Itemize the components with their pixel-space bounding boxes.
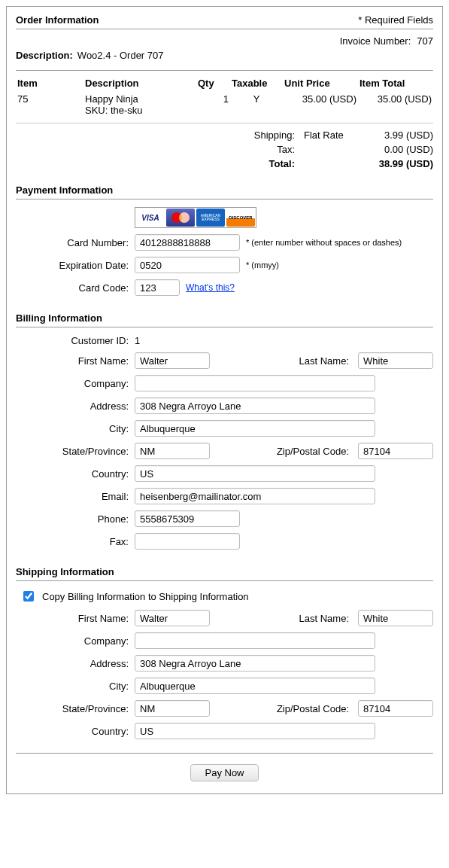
required-fields-note: * Required Fields xyxy=(358,14,433,26)
cell-desc: Happy Ninja SKU: the-sku xyxy=(83,91,196,118)
cell-item: 75 xyxy=(16,91,83,118)
divider xyxy=(16,199,433,199)
col-qty: Qty xyxy=(196,75,230,91)
card-code-label: Card Code: xyxy=(16,282,129,294)
shipping-state-label: State/Province: xyxy=(16,703,129,714)
cell-qty: 1 xyxy=(196,91,230,118)
tax-mid xyxy=(304,144,356,155)
divider xyxy=(16,327,433,327)
shipping-city-input[interactable] xyxy=(135,678,375,694)
whats-this-link[interactable]: What's this? xyxy=(186,282,235,293)
tax-amount: 0.00 (USD) xyxy=(366,144,433,155)
billing-first-name-input[interactable] xyxy=(135,352,210,369)
shipping-company-label: Company: xyxy=(16,635,129,647)
invoice-number-label: Invoice Number: xyxy=(340,35,411,47)
card-number-label: Card Number: xyxy=(16,237,129,248)
description-value: Woo2.4 - Order 707 xyxy=(77,50,164,61)
billing-phone-label: Phone: xyxy=(16,513,129,525)
billing-country-input[interactable] xyxy=(135,465,375,482)
billing-fax-label: Fax: xyxy=(16,536,129,547)
card-code-input[interactable] xyxy=(135,279,180,296)
shipping-country-label: Country: xyxy=(16,726,129,737)
shipping-state-input[interactable] xyxy=(135,700,210,717)
divider xyxy=(16,123,433,123)
shipping-amount: 3.99 (USD) xyxy=(366,129,433,141)
billing-address-input[interactable] xyxy=(135,397,375,414)
shipping-country-input[interactable] xyxy=(135,723,375,739)
shipping-city-label: City: xyxy=(16,681,129,692)
col-desc: Description xyxy=(83,75,196,91)
total-mid xyxy=(304,158,356,169)
card-number-hint: * (enter number without spaces or dashes… xyxy=(246,238,402,247)
divider xyxy=(16,29,433,29)
expiration-input[interactable] xyxy=(135,257,240,273)
total-label: Total: xyxy=(242,158,295,169)
col-unit: Unit Price xyxy=(283,75,358,91)
visa-icon: VISA xyxy=(136,209,165,227)
table-header-row: Item Description Qty Taxable Unit Price … xyxy=(16,75,433,91)
tax-label: Tax: xyxy=(242,144,295,155)
billing-address-label: Address: xyxy=(16,400,129,412)
billing-last-name-input[interactable] xyxy=(358,352,433,369)
shipping-last-name-label: Last Name: xyxy=(299,613,352,624)
cell-desc-name: Happy Ninja xyxy=(85,93,195,105)
pay-now-button[interactable]: Pay Now xyxy=(190,764,258,781)
shipping-first-name-label: First Name: xyxy=(16,613,129,624)
order-form: Order Information * Required Fields Invo… xyxy=(6,6,443,794)
order-info-title: Order Information xyxy=(16,14,99,26)
shipping-zip-input[interactable] xyxy=(358,700,433,717)
shipping-info-title: Shipping Information xyxy=(16,566,433,577)
shipping-label: Shipping: xyxy=(242,129,295,141)
expiration-label: Expiration Date: xyxy=(16,260,129,271)
payment-info-title: Payment Information xyxy=(16,184,433,196)
description-label: Description: xyxy=(16,50,73,61)
cell-total: 35.00 (USD) xyxy=(358,91,433,118)
shipping-last-name-input[interactable] xyxy=(358,610,433,626)
shipping-address-label: Address: xyxy=(16,658,129,669)
billing-state-input[interactable] xyxy=(135,443,210,459)
col-total: Item Total xyxy=(358,75,433,91)
total-amount: 38.99 (USD) xyxy=(366,158,433,169)
billing-country-label: Country: xyxy=(16,468,129,480)
cell-unit: 35.00 (USD) xyxy=(283,91,358,118)
card-number-input[interactable] xyxy=(135,234,240,251)
billing-first-name-label: First Name: xyxy=(16,355,129,367)
divider xyxy=(16,580,433,581)
billing-zip-label: Zip/Postal Code: xyxy=(277,446,352,457)
card-brand-icons: VISA AMERICANEXPRESS DISCOVER xyxy=(135,207,256,228)
billing-email-label: Email: xyxy=(16,491,129,502)
billing-city-input[interactable] xyxy=(135,420,375,437)
invoice-number-value: 707 xyxy=(417,35,433,47)
billing-last-name-label: Last Name: xyxy=(299,355,352,367)
col-item: Item xyxy=(16,75,83,91)
expiration-hint: * (mmyy) xyxy=(246,260,279,270)
billing-info-title: Billing Information xyxy=(16,312,433,324)
totals: Shipping: Flat Rate 3.99 (USD) Tax: 0.00… xyxy=(16,128,433,171)
billing-company-input[interactable] xyxy=(135,375,375,391)
copy-billing-checkbox[interactable] xyxy=(23,591,34,602)
shipping-company-input[interactable] xyxy=(135,632,375,649)
billing-email-input[interactable] xyxy=(135,488,375,504)
customer-id-label: Customer ID: xyxy=(16,335,129,346)
billing-city-label: City: xyxy=(16,423,129,434)
amex-icon: AMERICANEXPRESS xyxy=(196,209,225,227)
cell-tax: Y xyxy=(230,91,283,118)
items-table: Item Description Qty Taxable Unit Price … xyxy=(16,75,433,118)
discover-icon: DISCOVER xyxy=(226,209,255,227)
copy-billing-label: Copy Billing Information to Shipping Inf… xyxy=(42,591,249,602)
shipping-zip-label: Zip/Postal Code: xyxy=(277,703,352,714)
billing-phone-input[interactable] xyxy=(135,510,240,527)
billing-zip-input[interactable] xyxy=(358,443,433,459)
shipping-method: Flat Rate xyxy=(304,129,356,141)
cell-desc-sku: SKU: the-sku xyxy=(85,105,195,116)
divider xyxy=(16,70,433,71)
col-tax: Taxable xyxy=(230,75,283,91)
customer-id-value: 1 xyxy=(135,335,140,346)
billing-company-label: Company: xyxy=(16,378,129,389)
billing-fax-input[interactable] xyxy=(135,533,240,550)
shipping-address-input[interactable] xyxy=(135,655,375,672)
mastercard-icon xyxy=(166,209,195,227)
divider xyxy=(16,753,433,754)
table-row: 75 Happy Ninja SKU: the-sku 1 Y 35.00 (U… xyxy=(16,91,433,118)
shipping-first-name-input[interactable] xyxy=(135,610,210,626)
